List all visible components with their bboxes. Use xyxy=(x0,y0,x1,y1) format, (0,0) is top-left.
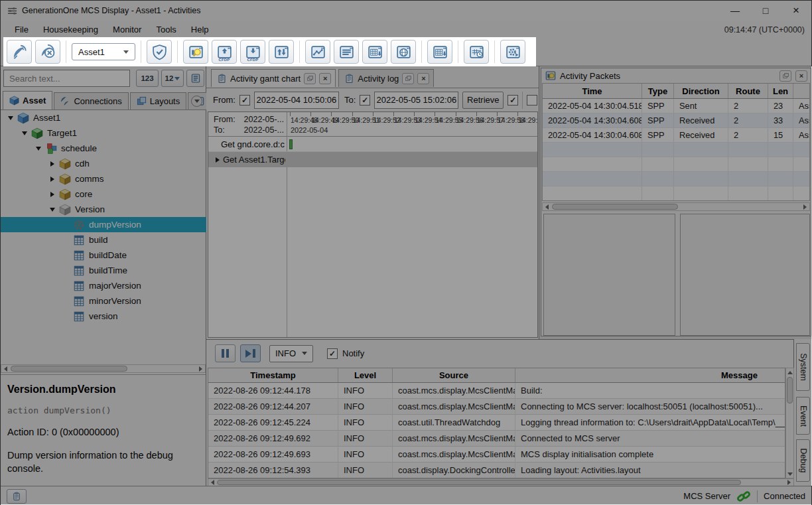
tab-activity-log[interactable]: Activity log × xyxy=(338,69,434,87)
column-header-message[interactable]: Message xyxy=(515,368,785,382)
tab-layouts[interactable]: Layouts xyxy=(130,92,187,109)
expand-icon[interactable] xyxy=(50,177,54,182)
table-row[interactable]: 2022-05-04 14:30:04.608SPPReceived233Ass… xyxy=(543,113,809,128)
activity-packets-button[interactable] xyxy=(183,40,208,64)
tree-item-version[interactable]: version xyxy=(1,309,206,324)
minimize-button[interactable]: — xyxy=(720,1,750,21)
tree-item-Target1[interactable]: Target1 xyxy=(1,125,206,141)
table-row[interactable]: 2022-08-26 09:12:49.692INFOcoast.mcs.dis… xyxy=(208,431,785,447)
tree-hscrollbar[interactable] xyxy=(1,364,206,373)
from-date-field[interactable]: 2022-05-04 10:50:06 xyxy=(254,92,339,109)
scroll-left-arrow[interactable] xyxy=(208,479,217,486)
tab-activity-gantt-chart[interactable]: Activity gantt chart × xyxy=(211,69,336,87)
auto-actions-button[interactable] xyxy=(500,40,525,64)
scroll-right-arrow[interactable] xyxy=(801,203,809,210)
float-panel-button[interactable] xyxy=(779,70,791,82)
search-input[interactable] xyxy=(3,70,130,87)
tree-item-comms[interactable]: comms xyxy=(1,171,206,186)
tab-system[interactable]: System xyxy=(796,343,810,391)
tab-overflow-button[interactable] xyxy=(191,96,202,107)
table-row[interactable]: 2022-08-26 09:12:49.693INFOcoast.mcs.dis… xyxy=(208,447,785,463)
menu-item-file[interactable]: File xyxy=(7,22,36,37)
tree-item-Asset1[interactable]: Asset1 xyxy=(1,110,206,125)
column-header-route[interactable]: Route xyxy=(728,84,768,98)
gantt-row[interactable]: Get gnd.core.d:c xyxy=(208,137,537,152)
expand-icon[interactable] xyxy=(50,192,54,197)
menu-item-tools[interactable]: Tools xyxy=(149,22,183,37)
close-tab-button[interactable]: × xyxy=(417,73,429,84)
scroll-up-arrow[interactable] xyxy=(786,368,793,376)
scroll-thumb[interactable] xyxy=(11,366,127,372)
to-checkbox[interactable]: ✓ xyxy=(360,95,370,106)
world-map-button[interactable] xyxy=(391,40,416,64)
table-row[interactable]: 2022-05-04 14:30:04.608SPPReceived215Ass… xyxy=(543,128,809,143)
scroll-right-arrow[interactable] xyxy=(196,365,205,372)
from-checkbox[interactable]: ✓ xyxy=(239,95,250,106)
transfer-updown-button[interactable] xyxy=(269,40,294,64)
permissions-button[interactable] xyxy=(147,40,172,64)
scroll-down-arrow[interactable] xyxy=(786,470,793,478)
packets-hscrollbar[interactable] xyxy=(542,202,810,211)
archive-export-button[interactable] xyxy=(427,40,452,64)
scroll-to-end-button[interactable] xyxy=(240,344,261,362)
cfdp-download-button[interactable]: CFDP xyxy=(240,40,265,64)
table-row[interactable]: 2022-08-26 09:12:44.178INFOcoast.mcs.dis… xyxy=(208,383,785,399)
collapse-icon[interactable] xyxy=(50,208,55,212)
column-header-direction[interactable]: Direction xyxy=(674,84,728,98)
tree-item-minorVersion[interactable]: minorVersion xyxy=(1,293,206,309)
collapse-icon[interactable] xyxy=(36,147,41,151)
column-header-len[interactable]: Len xyxy=(768,84,793,98)
asset-selector[interactable]: Asset1 xyxy=(72,43,135,60)
show-checkbox[interactable] xyxy=(527,95,537,106)
scroll-right-arrow[interactable] xyxy=(785,479,793,486)
cfdp-upload-button[interactable]: CFDP xyxy=(212,40,237,64)
tab-event[interactable]: Event xyxy=(796,397,810,435)
menu-item-housekeeping[interactable]: Housekeeping xyxy=(36,22,105,37)
column-header-source[interactable]: Source xyxy=(393,368,515,382)
connect-button[interactable] xyxy=(7,40,32,64)
float-panel-button[interactable] xyxy=(304,73,316,84)
close-tab-button[interactable]: × xyxy=(319,73,331,84)
to-date-field[interactable]: 2022-05-05 15:02:06 xyxy=(374,92,458,109)
tree-item-build[interactable]: build xyxy=(1,232,206,248)
collapse-icon[interactable] xyxy=(22,131,27,135)
notify-checkbox[interactable]: ✓ xyxy=(327,348,338,359)
table-export-button[interactable] xyxy=(362,40,387,64)
expand-icon[interactable] xyxy=(50,161,54,167)
menu-item-monitor[interactable]: Monitor xyxy=(105,22,149,37)
tree-item-cdh[interactable]: cdh xyxy=(1,156,206,171)
schedule-button[interactable] xyxy=(464,40,489,64)
disconnect-button[interactable] xyxy=(35,40,60,64)
gantt-row-selected[interactable]: Get Asset1.Targe xyxy=(208,152,537,167)
activity-log-button[interactable] xyxy=(334,40,359,64)
close-panel-button[interactable]: × xyxy=(795,70,807,82)
tab-asset[interactable]: Asset xyxy=(3,91,52,109)
scroll-thumb[interactable] xyxy=(217,480,741,485)
auto-refresh-checkbox[interactable]: ✓ xyxy=(508,95,518,106)
tree-item-majorVersion[interactable]: majorVersion xyxy=(1,278,206,293)
column-header-time[interactable]: Time xyxy=(543,84,642,98)
clipboard-status-button[interactable] xyxy=(7,489,27,504)
tree-item-core[interactable]: core xyxy=(1,186,206,202)
column-header-extra[interactable] xyxy=(793,84,810,98)
numeric-display-button[interactable]: 123 xyxy=(136,70,159,87)
close-button[interactable]: × xyxy=(781,1,811,21)
scroll-thumb[interactable] xyxy=(787,377,793,403)
pause-button[interactable] xyxy=(215,344,236,362)
tree-item-Version[interactable]: Version xyxy=(1,202,206,217)
log-level-selector[interactable]: INFO xyxy=(269,345,313,362)
scroll-left-arrow[interactable] xyxy=(1,365,10,372)
sort-button[interactable]: 12 xyxy=(161,70,184,87)
log-vscrollbar[interactable] xyxy=(785,368,794,478)
table-row[interactable]: 2022-08-26 09:12:54.393INFOcoast.display… xyxy=(208,463,785,478)
tab-debug[interactable]: Debug xyxy=(796,439,810,482)
table-row[interactable]: 2022-08-26 09:12:45.224INFOcoast.util.Th… xyxy=(208,415,785,431)
tree-item-buildTime[interactable]: buildTime xyxy=(1,263,206,278)
tree-item-dumpVersion[interactable]: dumpVersion xyxy=(1,217,206,232)
notebook-button[interactable] xyxy=(186,70,204,87)
maximize-button[interactable]: □ xyxy=(750,1,781,21)
scroll-thumb[interactable] xyxy=(552,204,678,210)
menu-item-help[interactable]: Help xyxy=(184,22,216,37)
column-header-type[interactable]: Type xyxy=(642,84,674,98)
collapse-icon[interactable] xyxy=(8,116,13,120)
